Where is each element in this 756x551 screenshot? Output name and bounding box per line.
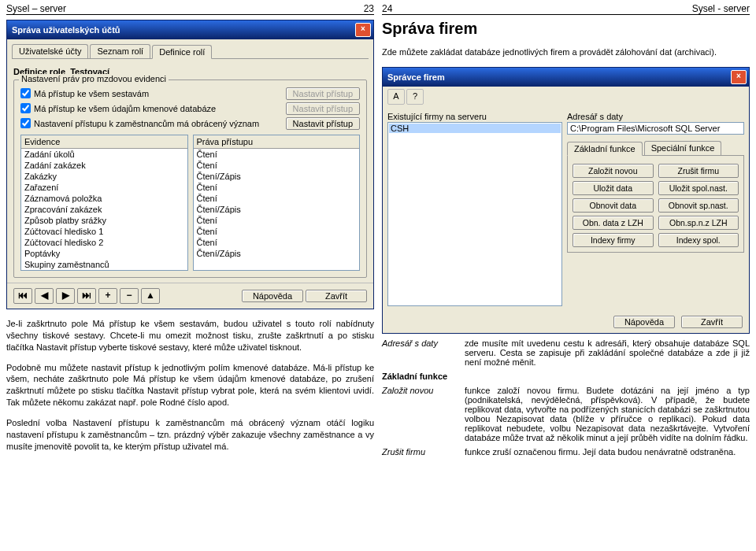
table-row[interactable]: Zúčtovací hledisko 2	[21, 237, 187, 248]
table-row[interactable]: Čtení	[194, 149, 360, 160]
table-row[interactable]: Zpracování zakázek	[21, 204, 187, 215]
action-button[interactable]: Obn.sp.n.z LZH	[658, 216, 739, 230]
action-button[interactable]: Uložit data	[573, 181, 654, 195]
set-access-2-button[interactable]: Nastavit přístup	[286, 102, 360, 115]
tab-special-funcs[interactable]: Speciální funkce	[644, 141, 722, 155]
dialog2-title: Správce firem	[387, 72, 445, 82]
table-row[interactable]: Zadání zakázek	[21, 160, 187, 171]
definition-desc: funkce založí novou firmu. Budete dotázá…	[465, 386, 750, 442]
table-row[interactable]: Záznamová položka	[21, 193, 187, 204]
section-title: Správa firem	[382, 20, 750, 38]
table-row[interactable]: Čtení/Zápis	[194, 171, 360, 182]
evidence-list[interactable]: Evidence Zadání úkolůZadání zakázekZakáz…	[20, 135, 188, 271]
table-row[interactable]: Způsob platby srážky	[21, 215, 187, 226]
nav-prev-icon[interactable]: ◀	[35, 288, 54, 304]
definition-term: Založit novou	[382, 386, 465, 395]
close-icon[interactable]: ×	[731, 70, 747, 84]
table-row[interactable]: Skupiny zaměstnanců	[21, 259, 187, 270]
doc-title-right: Sysel - server	[692, 3, 750, 14]
nav-first-icon[interactable]: ⏮	[13, 288, 32, 304]
table-row[interactable]: Poptávky	[21, 248, 187, 259]
tab-basic-funcs[interactable]: Základní funkce	[567, 142, 643, 156]
definition-desc: funkce zruší označenou firmu. Její data …	[465, 447, 750, 457]
table-row[interactable]: Čtení	[194, 226, 360, 237]
table-row[interactable]: Čtení	[194, 182, 360, 193]
chk-all-reports[interactable]: Má přístup ke všem sestavám	[20, 88, 149, 98]
tool-help-icon[interactable]: ?	[406, 89, 424, 105]
table-row[interactable]: Zakázky	[21, 171, 187, 182]
action-button[interactable]: Zrušit firmu	[658, 164, 739, 178]
action-button[interactable]: Obn. data z LZH	[573, 216, 654, 230]
tabs: Uživatelské účty Seznam rolí Definice ro…	[12, 44, 369, 59]
table-row[interactable]: Čtení/Zápis	[194, 248, 360, 259]
nav-last-icon[interactable]: ⏭	[77, 288, 96, 304]
group-legend: Nastavení práv pro mzdovou evidenci	[19, 74, 169, 83]
definition-desc: zde musíte mít uvedenu cestu k adresáři,…	[465, 338, 750, 367]
nav-edit-icon[interactable]: ▲	[141, 288, 160, 304]
table-row[interactable]: Zařazení	[21, 182, 187, 193]
rights-list[interactable]: Práva přístupu ČteníČteníČtení/ZápisČten…	[193, 135, 361, 271]
tab-roles-list[interactable]: Seznam rolí	[90, 44, 150, 58]
help2-button[interactable]: Nápověda	[613, 316, 675, 328]
tab-users[interactable]: Uživatelské účty	[12, 44, 88, 58]
definition-term: Adresář s daty	[382, 338, 465, 348]
chk-invert-access[interactable]: Nastavení přístupu k zaměstnancům má obr…	[20, 118, 259, 128]
action-button[interactable]: Uložit spol.nast.	[658, 181, 739, 195]
toolbar: A ?	[383, 87, 749, 107]
chk-all-db[interactable]: Má přístup ke všem údajům kmenové databá…	[20, 103, 216, 113]
table-row[interactable]: Zúčtovací hledisko 1	[21, 226, 187, 237]
page-header-left: Sysel – server 23	[6, 3, 374, 15]
table-row[interactable]	[194, 259, 360, 261]
tool-font-icon[interactable]: A	[387, 89, 405, 105]
firms-list[interactable]: CSH	[387, 122, 562, 306]
definition-term: Zrušit firmu	[382, 447, 465, 457]
paragraph-1: Je-li zaškrtnuto pole Má přístup ke všem…	[6, 318, 374, 353]
doc-title-left: Sysel – server	[6, 3, 66, 14]
action-button[interactable]: Založit novou	[573, 164, 654, 178]
page-header-right: 24 Sysel - server	[382, 3, 750, 15]
paragraph-2: Podobně mu můžete nastavit přístup k jed…	[6, 362, 374, 409]
list-item[interactable]: CSH	[389, 124, 561, 133]
col-rights: Práva přístupu	[197, 137, 276, 146]
action-button[interactable]: Obnovit data	[573, 198, 654, 213]
user-accounts-dialog: Správa uživatelských účtů × Uživatelské …	[6, 20, 374, 309]
firm-manager-dialog: Správce firem × A ? Existující firmy na …	[382, 67, 750, 334]
set-access-1-button[interactable]: Nastavit přístup	[286, 87, 360, 100]
table-row[interactable]: Čtení	[194, 237, 360, 248]
firms-label: Existující firmy na serveru	[387, 112, 562, 121]
col-evidence: Evidence	[24, 137, 104, 146]
action-button[interactable]: Indexy spol.	[658, 233, 739, 247]
table-row[interactable]: Čtení	[194, 160, 360, 171]
close-button[interactable]: Zavřít	[306, 290, 367, 302]
set-access-3-button[interactable]: Nastavit přístup	[286, 117, 360, 130]
nav-next-icon[interactable]: ▶	[56, 288, 75, 304]
nav-add-icon[interactable]: +	[98, 288, 117, 304]
table-row[interactable]: Čtení	[194, 193, 360, 204]
page-num-right: 24	[382, 3, 392, 14]
tab-roles-def[interactable]: Definice rolí	[152, 45, 212, 59]
permissions-group: Nastavení práv pro mzdovou evidenci Má p…	[13, 80, 367, 278]
dialog-title: Správa uživatelských účtů	[12, 25, 120, 35]
help-button[interactable]: Nápověda	[242, 290, 303, 302]
action-button[interactable]: Indexy firmy	[573, 233, 654, 247]
nav-del-icon[interactable]: −	[120, 288, 139, 304]
table-row[interactable]: Zadání úkolů	[21, 149, 187, 160]
close-icon[interactable]: ×	[355, 23, 371, 37]
table-row[interactable]: Čtení/Zápis	[194, 204, 360, 215]
intro-text: Zde můžete zakládat databáze jednotlivýc…	[382, 46, 750, 58]
table-row[interactable]: Čtení	[194, 215, 360, 226]
path-label: Adresář s daty	[567, 112, 744, 121]
definition-term: Základní funkce	[382, 372, 465, 381]
paragraph-3: Poslední volba Nastavení přístupu k zamě…	[6, 417, 374, 453]
action-button[interactable]: Obnovit sp.nast.	[658, 198, 739, 213]
path-field[interactable]: C:\Program Files\Microsoft SQL Server	[567, 122, 744, 135]
close2-button[interactable]: Zavřít	[681, 316, 743, 328]
page-num-left: 23	[364, 3, 374, 14]
